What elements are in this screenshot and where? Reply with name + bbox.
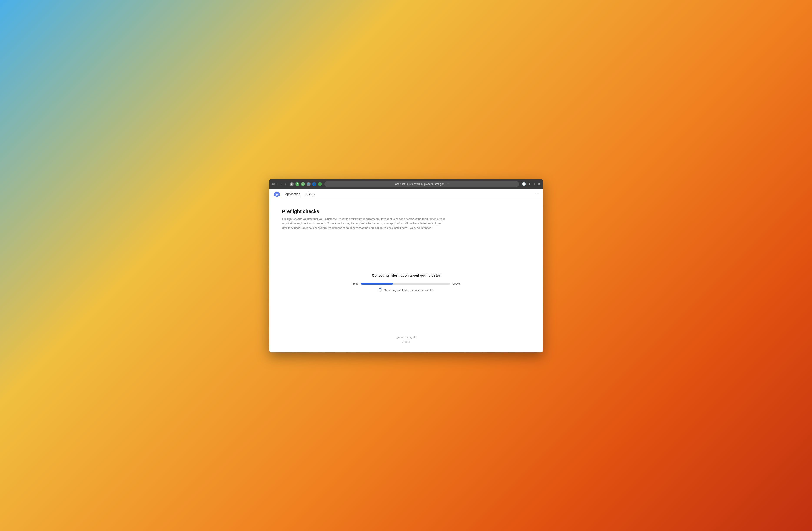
- extension-icons: ⊙ ◔ 🛡 🐦 i ●: [290, 182, 322, 186]
- ext-shield-green-icon[interactable]: 🛡: [301, 182, 305, 186]
- back-button[interactable]: ‹: [280, 182, 282, 186]
- new-tab-button[interactable]: +: [533, 182, 535, 186]
- progress-percent-label: 36%: [352, 282, 358, 285]
- browser-controls-right: 🕐 ⬆ + ⧉: [522, 182, 540, 186]
- address-bar[interactable]: localhost:8800/settlemint-platform/prefl…: [324, 181, 519, 187]
- app-logo: [274, 191, 280, 197]
- progress-title: Collecting information about your cluste…: [372, 274, 440, 278]
- ext-shield-gray-icon[interactable]: ⊙: [290, 182, 293, 186]
- progress-bar-container: 36% 100%: [352, 282, 461, 285]
- progress-bar-fill: [361, 283, 393, 284]
- nav-gitops[interactable]: GitOps: [305, 192, 315, 197]
- ignore-preflights-link[interactable]: Ignore Preflights: [396, 335, 416, 339]
- tab-switcher-icon[interactable]: ⊞: [272, 182, 275, 186]
- page-title: Preflight checks: [282, 209, 530, 214]
- ext-clock-icon[interactable]: ◔: [295, 182, 299, 186]
- browser-controls-left: ⊞ ▾ ‹ ›: [272, 182, 287, 186]
- progress-bar-track: [361, 283, 450, 284]
- app-navbar: Application GitOps ···: [269, 189, 543, 200]
- forward-button[interactable]: ›: [284, 182, 287, 186]
- footer-section: Ignore Preflights v1.86.1: [282, 331, 530, 344]
- reload-button[interactable]: ↺: [446, 182, 449, 186]
- ext-bird-icon[interactable]: 🐦: [307, 182, 310, 186]
- progress-max-label: 100%: [453, 282, 461, 285]
- loading-spinner: [378, 288, 382, 292]
- tab-dropdown-icon[interactable]: ▾: [277, 182, 278, 185]
- progress-status-text: Gathering available resources in cluster: [384, 289, 433, 292]
- main-content: Preflight checks Preflight checks valida…: [269, 200, 543, 352]
- page-description: Preflight checks validate that your clus…: [282, 217, 447, 230]
- ext-green-icon[interactable]: ●: [318, 182, 322, 186]
- browser-window: ⊞ ▾ ‹ › ⊙ ◔ 🛡 🐦 i ● localhost:8800/settl…: [269, 179, 543, 352]
- sidebar-button[interactable]: ⧉: [538, 182, 540, 186]
- ext-info-icon[interactable]: i: [312, 182, 316, 186]
- share-button[interactable]: ⬆: [528, 182, 531, 186]
- browser-chrome: ⊞ ▾ ‹ › ⊙ ◔ 🛡 🐦 i ● localhost:8800/settl…: [269, 179, 543, 189]
- version-text: v1.86.1: [402, 340, 410, 344]
- progress-status: Gathering available resources in cluster: [378, 288, 433, 292]
- history-button[interactable]: 🕐: [522, 182, 526, 186]
- nav-application[interactable]: Application: [285, 192, 300, 197]
- progress-section: Collecting information about your cluste…: [282, 230, 530, 331]
- nav-more-button[interactable]: ···: [535, 192, 538, 197]
- url-text: localhost:8800/settlemint-platform/prefl…: [395, 182, 444, 185]
